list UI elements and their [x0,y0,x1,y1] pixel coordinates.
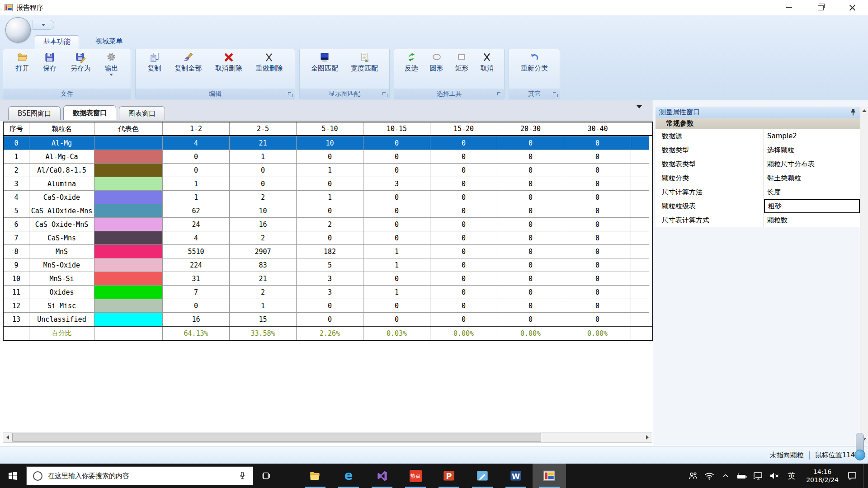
table-row[interactable]: 3 Alumina 1 0 0 3 0 0 0 [4,177,652,190]
table-row[interactable]: 12 Si Misc 0 1 0 0 0 0 0 [4,299,652,312]
document-tab[interactable]: 图表窗口 [119,106,165,120]
column-header[interactable]: 10-15 [363,122,430,135]
taskbar-clock[interactable]: 14:16 2018/2/24 [801,468,844,484]
table-row[interactable]: 7 CaS-Mns 4 2 0 0 0 0 0 [4,231,652,244]
cancel-selection-icon [481,52,493,63]
column-header[interactable]: 颗粒名 [29,122,94,135]
touch-cursor-indicator[interactable] [856,433,864,455]
dialog-launcher-icon[interactable] [288,92,293,97]
show-desktop-button[interactable] [863,464,868,488]
section-header[interactable]: 常规参数 [656,118,860,129]
wifi-icon[interactable] [701,464,717,488]
taskbar-app-word[interactable]: W [499,464,533,488]
column-header[interactable]: 30-40 [564,122,631,135]
taskbar-app-visual-studio[interactable] [365,464,399,488]
property-value[interactable]: Sample2 [764,129,860,143]
restore-button[interactable] [805,0,836,15]
taskbar-app-notes[interactable] [466,464,499,488]
table-row[interactable]: 10 MnS-Si 31 21 3 0 0 0 0 [4,272,652,285]
property-row[interactable]: 数据表类型 颗粒尺寸分布表 [656,157,860,171]
property-row[interactable]: 尺寸计算方法 长度 [656,185,860,199]
taskbar-app-hotspot[interactable]: 热点 [399,464,432,488]
column-header[interactable]: 15-20 [430,122,497,135]
pin-icon[interactable] [850,108,856,116]
table-row[interactable]: 9 MnS-Oxide 224 83 5 1 0 0 0 [4,258,652,272]
ribbon-tab[interactable]: 视域菜单 [87,35,131,49]
property-value[interactable]: 颗粒尺寸分布表 [764,157,860,171]
application-orb-button[interactable] [5,17,31,42]
table-row[interactable]: 13 Unclassified 16 15 0 0 0 0 0 [4,312,652,326]
copy-button[interactable]: 复制 [145,50,165,89]
document-tab[interactable]: BSE图窗口 [8,106,61,120]
dialog-launcher-icon[interactable] [382,92,387,97]
circle-tool-button[interactable]: 圆形 [427,50,447,89]
scroll-right-button[interactable] [643,433,652,442]
dialog-launcher-icon[interactable] [552,92,558,97]
battery-icon[interactable] [734,464,750,488]
redo-delete-button[interactable]: 重做删除 [252,50,286,89]
task-view-button[interactable] [253,464,278,488]
column-header[interactable]: 代表色 [94,122,163,135]
property-row[interactable]: 颗粒分类 黏土类颗粒 [656,171,860,185]
language-indicator[interactable]: 英 [783,471,801,481]
close-button[interactable] [836,0,868,15]
scroll-up-button[interactable] [860,107,868,115]
table-row[interactable]: 8 MnS 5510 2907 182 1 0 0 0 [4,244,652,258]
column-header[interactable]: 序号 [4,122,29,135]
rect-tool-button[interactable]: 矩形 [452,50,472,89]
taskbar-search-box[interactable]: 在这里输入你要搜索的内容 [26,466,253,485]
table-row[interactable]: 2 Al/CaO.8-1.5 0 0 1 0 0 0 0 [4,163,652,177]
tray-chevron-up-icon[interactable] [717,464,734,488]
column-header[interactable]: 20-30 [497,122,564,135]
taskbar-app-powerpoint[interactable]: P [432,464,466,488]
table-row[interactable]: 6 CaS Oxide-MnS 24 16 2 0 0 0 0 [4,217,652,231]
horizontal-scrollbar-thumb[interactable] [12,433,541,442]
fit-width-button[interactable]: 宽度匹配 [348,50,381,89]
volume-muted-icon[interactable] [766,464,783,488]
table-row[interactable]: 4 CaS-Oxide 1 2 1 0 0 0 0 [4,190,652,204]
table-row[interactable]: 5 CaS AlOxide-Mns 62 10 0 0 0 0 0 [4,204,652,217]
document-tab[interactable]: 数据表窗口 [63,105,116,120]
ribbon-tab[interactable]: 基本功能 [35,35,79,49]
open-button[interactable]: 打开 [13,50,33,89]
table-row[interactable]: 11 Oxides 7 2 3 1 0 0 0 [4,285,652,299]
property-row[interactable]: 尺寸表计算方式 颗粒数 [656,213,860,227]
scroll-left-button[interactable] [3,433,12,442]
property-value[interactable]: 颗粒数 [764,213,860,227]
vertical-scrollbar[interactable] [860,107,868,443]
cancel-selection-button[interactable]: 取消 [477,50,497,89]
microphone-icon[interactable] [237,470,247,481]
property-row[interactable]: 颗粒粒级表 粗砂 [656,199,860,213]
copy-all-button[interactable]: 复制全部 [171,50,205,89]
minimize-button[interactable] [773,0,805,15]
tab-overflow-button[interactable] [637,108,642,117]
reclassify-button[interactable]: 重新分类 [518,50,551,89]
table-row[interactable]: 1 Al-Mg-Ca 0 1 0 0 0 0 0 [4,150,652,163]
dialog-launcher-icon[interactable] [497,92,502,97]
quick-access-toolbar-dropdown[interactable] [33,20,54,30]
action-center-icon[interactable] [844,464,860,488]
save-button[interactable]: 保存 [40,50,60,89]
network-monitor-icon[interactable] [750,464,766,488]
fit-image-button[interactable]: 全图匹配 [308,50,341,89]
property-row[interactable]: 数据源 Sample2 [656,129,860,143]
taskbar-app-file-explorer[interactable] [298,464,332,488]
invert-selection-button[interactable]: 反选 [401,50,421,89]
property-value[interactable]: 选择颗粒 [764,143,860,157]
property-row[interactable]: 数据类型 选择颗粒 [656,143,860,157]
save-as-button[interactable]: 另存为 [67,50,94,89]
column-header[interactable]: 1-2 [163,122,230,135]
column-header[interactable]: 2-5 [230,122,297,135]
taskbar-app-report-program[interactable] [533,464,566,488]
table-row[interactable]: 0 Al-Mg 4 21 10 0 0 0 0 [4,136,652,150]
property-value[interactable]: 黏土类颗粒 [764,171,860,185]
taskbar-app-edge[interactable]: e [332,464,365,488]
start-button[interactable] [0,464,25,488]
export-button[interactable]: 输出 [101,50,121,89]
column-header[interactable]: 5-10 [297,122,363,135]
property-value[interactable]: 粗砂 [764,199,860,213]
cancel-delete-button[interactable]: 取消删除 [212,50,245,89]
horizontal-scrollbar[interactable] [3,432,652,443]
people-icon[interactable] [685,464,701,488]
property-value[interactable]: 长度 [764,185,860,199]
